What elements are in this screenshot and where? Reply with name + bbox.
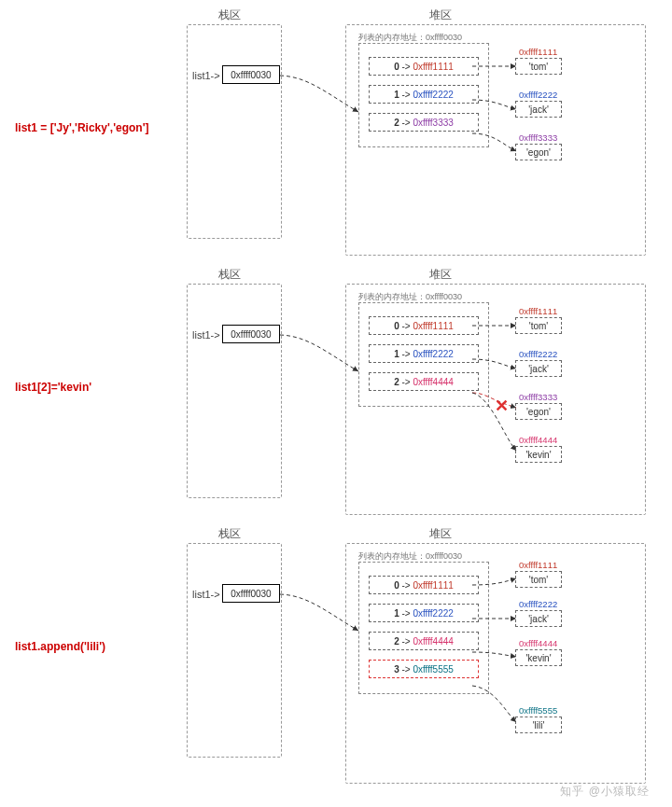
list-slot: 2 -> 0xffff4444 <box>369 372 479 391</box>
slot-index: 0 <box>394 321 399 331</box>
list-slot: 1 -> 0xffff2222 <box>369 604 479 622</box>
list-container: 0 -> 0xffff11111 -> 0xffff22222 -> 0xfff… <box>358 43 489 147</box>
slot-address: 0xffff2222 <box>413 349 453 359</box>
value-group: 0xffff5555'lili' <box>515 705 627 741</box>
stack-address-box: 0xffff0030 <box>222 325 280 343</box>
value-box: 'jack' <box>515 360 562 377</box>
value-box: 'jack' <box>515 101 562 118</box>
value-group: 0xffff2222'jack' <box>515 599 627 634</box>
list-container: 0 -> 0xffff11111 -> 0xffff22222 -> 0xfff… <box>358 302 489 407</box>
list-slot: 2 -> 0xffff3333 <box>369 113 479 132</box>
operation-label: list1[2]='kevin' <box>15 381 91 394</box>
value-group: 0xffff2222'jack' <box>515 349 627 384</box>
slot-index: 2 <box>394 118 399 128</box>
value-address: 0xffff3333 <box>515 392 627 403</box>
diagram-panel: 栈区堆区list1 = ['Jy','Ricky','egon']list1->… <box>0 0 672 259</box>
stack-area <box>187 543 282 758</box>
value-box: 'kevin' <box>515 649 562 666</box>
value-address: 0xffff5555 <box>515 705 627 717</box>
watermark: 知乎 @小猿取经 <box>560 784 650 800</box>
slot-index: 1 <box>394 608 399 619</box>
slot-index: 1 <box>394 349 399 359</box>
variable-label: list1-> <box>192 70 220 81</box>
value-address: 0xffff4444 <box>515 435 627 446</box>
value-box: 'kevin' <box>515 446 562 463</box>
value-box: 'egon' <box>515 144 562 160</box>
value-box: 'tom' <box>515 58 562 75</box>
value-address: 0xffff2222 <box>515 599 627 610</box>
heap-title: 堆区 <box>429 526 452 542</box>
slot-address: 0xffff4444 <box>413 377 453 387</box>
value-group: 0xffff4444'kevin' <box>515 435 627 470</box>
list-container: 0 -> 0xffff11111 -> 0xffff22222 -> 0xfff… <box>358 562 489 694</box>
operation-label: list1.append('lili') <box>15 640 105 653</box>
stack-area <box>187 284 282 498</box>
value-group: 0xffff2222'jack' <box>515 90 627 125</box>
slot-address: 0xffff1111 <box>413 321 453 331</box>
heap-title: 堆区 <box>429 267 452 283</box>
slot-index: 0 <box>394 580 399 591</box>
diagram-panel: 栈区堆区list1[2]='kevin'list1->0xffff0030列表的… <box>0 259 672 519</box>
value-group: 0xffff3333'egon' <box>515 132 627 168</box>
list-slot: 3 -> 0xffff5555 <box>369 660 479 678</box>
slot-address: 0xffff3333 <box>413 118 453 128</box>
slot-address: 0xffff1111 <box>413 580 453 591</box>
value-address: 0xffff3333 <box>515 132 627 144</box>
value-box: 'lili' <box>515 717 562 733</box>
variable-label: list1-> <box>192 589 220 600</box>
list-slot: 2 -> 0xffff4444 <box>369 632 479 650</box>
value-address: 0xffff1111 <box>515 47 627 58</box>
slot-index: 2 <box>394 377 399 387</box>
value-box: 'tom' <box>515 571 562 588</box>
value-address: 0xffff4444 <box>515 638 627 649</box>
slot-address: 0xffff1111 <box>413 62 453 72</box>
value-group: 0xffff1111'tom' <box>515 47 627 82</box>
stack-title: 栈区 <box>218 7 241 23</box>
value-group: 0xffff3333'egon' <box>515 392 627 427</box>
slot-address: 0xffff2222 <box>413 608 453 619</box>
value-box: 'egon' <box>515 403 562 420</box>
slot-index: 0 <box>394 62 399 72</box>
slot-address: 0xffff2222 <box>413 90 453 100</box>
list-slot: 0 -> 0xffff1111 <box>369 57 479 76</box>
value-box: 'tom' <box>515 317 562 334</box>
operation-label: list1 = ['Jy','Ricky','egon'] <box>15 121 149 134</box>
heap-title: 堆区 <box>429 7 452 23</box>
variable-label: list1-> <box>192 329 220 341</box>
stack-area <box>187 24 282 239</box>
value-address: 0xffff1111 <box>515 306 627 317</box>
value-box: 'jack' <box>515 610 562 627</box>
value-group: 0xffff1111'tom' <box>515 306 627 341</box>
slot-address: 0xffff4444 <box>413 636 453 647</box>
value-group: 0xffff1111'tom' <box>515 560 627 595</box>
slot-address: 0xffff5555 <box>413 664 453 675</box>
cross-icon: ✕ <box>495 397 509 414</box>
stack-address-box: 0xffff0030 <box>222 584 280 603</box>
list-slot: 1 -> 0xffff2222 <box>369 344 479 363</box>
slot-index: 1 <box>394 90 399 100</box>
stack-address-box: 0xffff0030 <box>222 65 280 84</box>
value-address: 0xffff1111 <box>515 560 627 571</box>
list-slot: 0 -> 0xffff1111 <box>369 576 479 594</box>
list-slot: 0 -> 0xffff1111 <box>369 316 479 335</box>
diagram-panel: 栈区堆区list1.append('lili')list1->0xffff003… <box>0 519 672 778</box>
value-address: 0xffff2222 <box>515 349 627 360</box>
value-group: 0xffff4444'kevin' <box>515 638 627 674</box>
slot-index: 2 <box>394 636 399 647</box>
stack-title: 栈区 <box>218 526 241 542</box>
slot-index: 3 <box>394 664 399 675</box>
list-slot: 1 -> 0xffff2222 <box>369 85 479 104</box>
value-address: 0xffff2222 <box>515 90 627 101</box>
stack-title: 栈区 <box>218 267 241 283</box>
